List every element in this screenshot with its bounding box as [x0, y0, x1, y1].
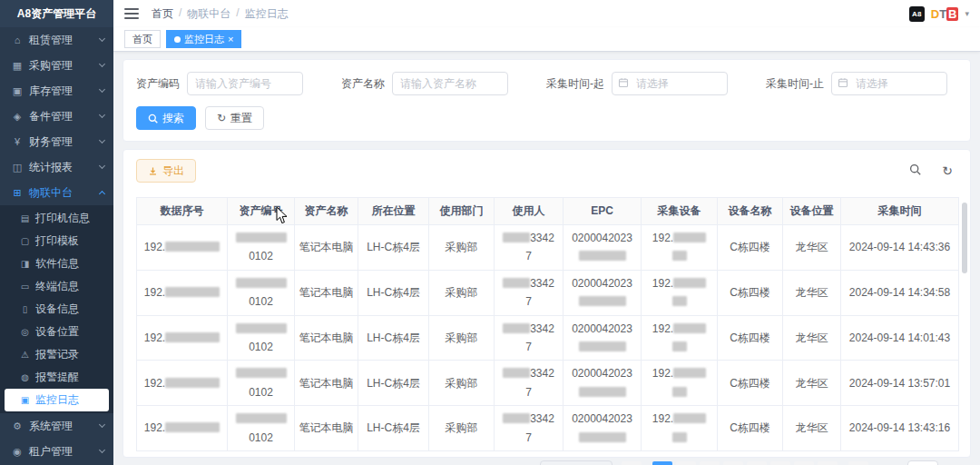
filter-asset-code: 资产编码	[136, 72, 303, 95]
redacted-text	[165, 422, 220, 432]
iot-icon: ⊞	[11, 187, 24, 199]
redacted-text	[672, 387, 687, 397]
sidebar-subitem-alarm-reminders[interactable]: ◍ 报警提醒	[5, 366, 109, 389]
sidebar-item-system[interactable]: ⚙ 系统管理	[0, 413, 113, 439]
asset-code-input[interactable]	[187, 72, 303, 95]
export-button[interactable]: 导出	[136, 159, 196, 183]
calendar-icon	[838, 77, 848, 88]
page-button[interactable]: 802	[818, 461, 838, 465]
cell-asset-name: 笔记本电脑	[295, 270, 358, 315]
sidebar-subitem-print-template[interactable]: ▢ 打印模板	[5, 230, 109, 252]
printer-icon: ▤	[19, 213, 31, 223]
filter-collect-time-end: 采集时间-止	[766, 72, 947, 95]
collect-time-start-input[interactable]	[612, 72, 728, 95]
close-icon[interactable]: ×	[228, 35, 233, 45]
breadcrumb-section: 物联中台	[187, 6, 230, 22]
tab-monitor-logs[interactable]: 监控日志 ×	[166, 30, 241, 48]
cell-department: 采购部	[429, 406, 495, 451]
table-row: 192. 0102 笔记本电脑 LH-C栋4层 采购部 33427 020004…	[137, 270, 959, 315]
table-header-row: 数据序号 资产编号 资产名称 所在位置 使用部门 使用人 EPC 采集设备 设备…	[137, 198, 959, 225]
sidebar-subitem-alarm-records[interactable]: ⚠ 报警记录	[5, 343, 109, 366]
breadcrumb-page: 监控日志	[245, 6, 289, 22]
cell-device-name: C栋四楼	[718, 225, 783, 271]
refresh-button[interactable]: ↻	[937, 161, 957, 181]
sidebar-item-inventory[interactable]: ▣ 库存管理	[0, 78, 113, 104]
redacted-text	[579, 296, 626, 306]
caret-down-icon[interactable]: ▾	[965, 9, 969, 18]
cell-user: 33427	[495, 315, 564, 361]
page-button[interactable]: 5	[747, 461, 767, 465]
cell-asset-no: 0102	[228, 225, 295, 271]
sidebar-item-tenant[interactable]: ◉ 租户管理	[0, 439, 113, 464]
dtb-logo[interactable]: DTB	[931, 7, 959, 21]
search-button[interactable]: 搜索	[136, 106, 196, 130]
col-header: 所在位置	[358, 198, 429, 225]
redacted-text	[236, 368, 287, 378]
refresh-icon: ↻	[217, 113, 226, 124]
terminal-icon: ▭	[19, 282, 31, 292]
redacted-text	[503, 413, 530, 423]
sidebar-item-reports[interactable]: ◫ 统计报表	[0, 154, 113, 180]
redacted-text	[236, 413, 287, 423]
hamburger-icon[interactable]	[124, 8, 139, 19]
sidebar-subitem-printer-info[interactable]: ▤ 打印机信息	[5, 207, 109, 230]
sidebar-subitem-software-info[interactable]: ◨ 软件信息	[5, 252, 109, 275]
report-icon: ◫	[11, 162, 24, 173]
cell-collect-time: 2024-09-14 14:01:43	[841, 315, 959, 361]
page-button[interactable]: 3	[700, 461, 720, 465]
sidebar-item-rental[interactable]: ⌂ 租赁管理	[0, 27, 113, 53]
filter-asset-name: 资产名称	[341, 72, 508, 95]
breadcrumb-separator: /	[179, 6, 181, 22]
redacted-text	[673, 278, 706, 288]
breadcrumb-home[interactable]: 首页	[152, 6, 173, 22]
sidebar-item-purchase[interactable]: ▦ 采购管理	[0, 53, 113, 78]
search-toggle-button[interactable]	[905, 161, 925, 181]
sidebar-subitem-device-location[interactable]: ◎ 设备位置	[5, 321, 109, 343]
sidebar-item-spareparts[interactable]: ◈ 备件管理	[0, 104, 113, 129]
col-header: 使用部门	[429, 198, 495, 225]
active-tab-dot	[174, 36, 181, 43]
location-icon: ◎	[19, 327, 31, 337]
log-table: 数据序号 资产编号 资产名称 所在位置 使用部门 使用人 EPC 采集设备 设备…	[136, 197, 959, 451]
page-button[interactable]: 2	[676, 461, 696, 465]
redacted-text	[165, 378, 220, 388]
sidebar-menu: ⌂ 租赁管理 ▦ 采购管理 ▣ 库存管理 ◈ 备件管理 ¥ 财务管理	[0, 27, 113, 464]
scrollbar-thumb[interactable]	[962, 203, 967, 273]
cell-epc: 0200042023	[564, 361, 642, 406]
collect-time-end-input[interactable]	[831, 72, 947, 95]
redacted-text	[236, 232, 287, 242]
redacted-text	[672, 341, 687, 351]
col-header: 使用人	[495, 198, 564, 225]
col-header: 资产名称	[295, 198, 358, 225]
page-button[interactable]: 6	[770, 461, 790, 465]
sidebar-item-finance[interactable]: ¥ 财务管理	[0, 129, 113, 154]
goto-page-input[interactable]	[907, 460, 938, 465]
chevron-down-icon	[99, 421, 105, 428]
sidebar-subitem-terminal-info[interactable]: ▭ 终端信息	[5, 275, 109, 298]
page-button[interactable]: •••	[794, 461, 814, 465]
table-toolbar: 导出 ↻	[136, 159, 957, 183]
redacted-text	[673, 232, 706, 242]
search-icon	[909, 163, 921, 178]
sidebar-subitem-device-info[interactable]: ▯ 设备信息	[5, 298, 109, 321]
page-size-select[interactable]: 15条/页 ▾	[540, 460, 612, 465]
tab-home[interactable]: 首页	[124, 30, 161, 48]
topbar: 首页 / 物联中台 / 监控日志 A8 DTB ▾	[113, 0, 980, 27]
cell-epc: 0200042023	[564, 315, 642, 361]
page-button[interactable]: 1	[652, 461, 672, 465]
filter-label: 资产名称	[341, 76, 385, 92]
redacted-text	[672, 432, 687, 442]
page-button[interactable]: 4	[723, 461, 743, 465]
reset-button[interactable]: ↻ 重置	[205, 106, 264, 130]
next-page-button[interactable]: ›	[848, 461, 868, 465]
asset-name-input[interactable]	[392, 72, 508, 95]
cell-device-location: 龙华区	[783, 361, 841, 406]
prev-page-button[interactable]: ‹	[622, 461, 642, 465]
sidebar-item-iot[interactable]: ⊞ 物联中台	[0, 180, 113, 205]
cell-device-location: 龙华区	[783, 315, 841, 361]
redacted-text	[236, 278, 287, 288]
redacted-text	[579, 251, 626, 261]
sidebar-subitem-monitor-logs[interactable]: ▣ 监控日志	[5, 389, 109, 411]
refresh-icon: ↻	[942, 163, 953, 178]
cell-asset-no: 0102	[228, 270, 295, 315]
